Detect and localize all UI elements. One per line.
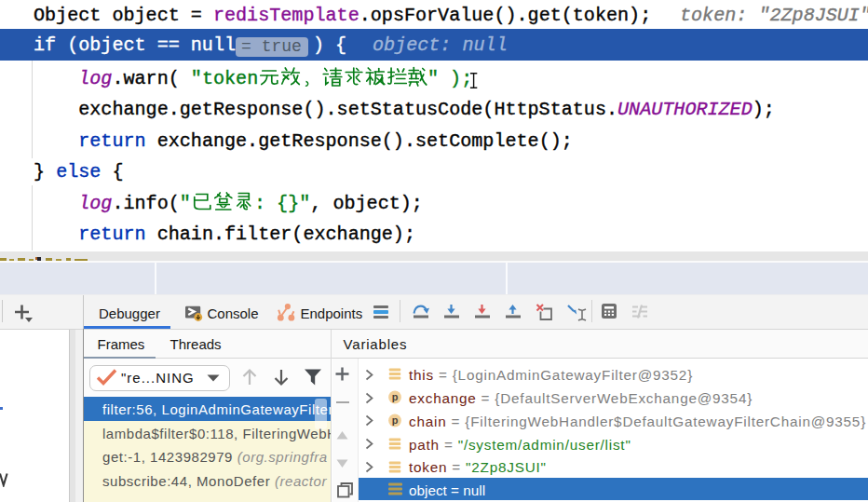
svg-text:p: p bbox=[392, 391, 399, 402]
svg-text:p: p bbox=[392, 414, 399, 426]
